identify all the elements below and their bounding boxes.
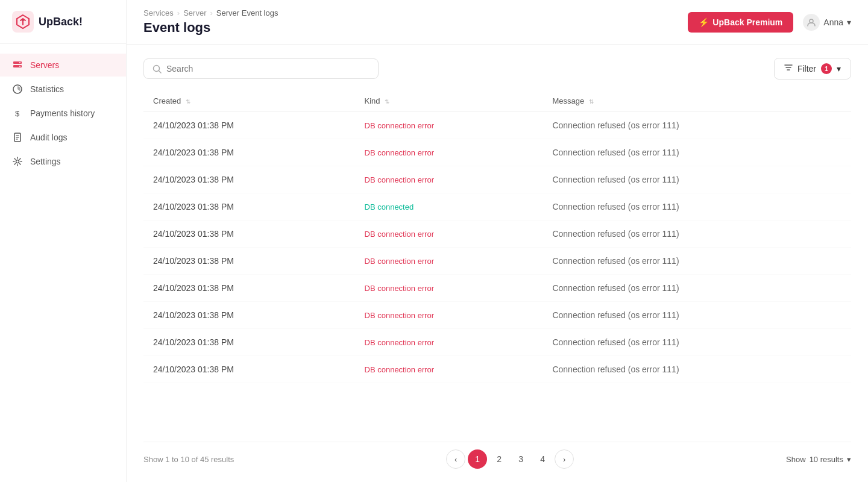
lightning-icon: ⚡ [699, 17, 709, 27]
cell-created: 24/10/2023 01:38 PM [143, 329, 355, 356]
col-header-message: Message ⇅ [542, 90, 851, 112]
search-input[interactable] [166, 64, 370, 74]
col-header-created: Created ⇅ [143, 90, 355, 112]
filter-icon [784, 64, 793, 74]
premium-button[interactable]: ⚡ UpBack Premium [688, 12, 793, 33]
main-content: Services › Server › Server Event logs Ev… [127, 0, 868, 482]
event-logs-table: Created ⇅ Kind ⇅ Message ⇅ 2 [143, 90, 851, 383]
sidebar-item-settings[interactable]: Settings [0, 150, 126, 173]
dollar-icon: $ [12, 108, 23, 119]
breadcrumb-sep-1: › [177, 8, 180, 17]
breadcrumb-server[interactable]: Server [183, 8, 206, 17]
cell-created: 24/10/2023 01:38 PM [143, 275, 355, 302]
svg-text:$: $ [15, 109, 20, 118]
search-icon [153, 64, 162, 74]
table-row: 24/10/2023 01:38 PMDB connection errorCo… [143, 329, 851, 356]
sidebar-navigation: Servers Statistics $ Payments history [0, 44, 126, 183]
cell-kind: DB connection error [355, 112, 543, 139]
filter-button[interactable]: Filter 1 ▾ [774, 58, 851, 80]
file-icon [12, 132, 23, 143]
logo-area: UpBack! [0, 0, 126, 44]
cell-created: 24/10/2023 01:38 PM [143, 193, 355, 221]
cell-kind: DB connection error [355, 302, 543, 329]
cell-kind: DB connection error [355, 329, 543, 356]
pagination-info: Show 1 to 10 of 45 results [143, 455, 234, 464]
table-row: 24/10/2023 01:38 PMDB connection errorCo… [143, 275, 851, 302]
cell-created: 24/10/2023 01:38 PM [143, 221, 355, 248]
gear-icon [12, 156, 23, 167]
pagination-pages: ‹ 1 2 3 4 › [446, 449, 574, 469]
cell-created: 24/10/2023 01:38 PM [143, 139, 355, 166]
logo-text: UpBack! [39, 16, 83, 28]
toolbar: Filter 1 ▾ [143, 58, 851, 80]
cell-created: 24/10/2023 01:38 PM [143, 166, 355, 193]
pagination-page-2[interactable]: 2 [489, 449, 509, 469]
cell-message: Connection refused (os error 111) [542, 248, 851, 275]
chevron-down-icon: ▾ [847, 17, 851, 27]
breadcrumb-services[interactable]: Services [143, 8, 174, 17]
table-row: 24/10/2023 01:38 PMDB connection errorCo… [143, 139, 851, 166]
server-icon [12, 60, 23, 70]
svg-point-3 [19, 62, 20, 63]
user-menu[interactable]: Anna ▾ [803, 14, 851, 31]
cell-message: Connection refused (os error 111) [542, 112, 851, 139]
svg-point-11 [16, 160, 19, 163]
cell-message: Connection refused (os error 111) [542, 356, 851, 383]
topbar: Services › Server › Server Event logs Ev… [127, 0, 868, 45]
table-row: 24/10/2023 01:38 PMDB connectedConnectio… [143, 193, 851, 221]
cell-message: Connection refused (os error 111) [542, 329, 851, 356]
cell-message: Connection refused (os error 111) [542, 221, 851, 248]
page-title: Event logs [143, 20, 278, 36]
pagination-page-4[interactable]: 4 [533, 449, 552, 469]
svg-line-14 [159, 70, 162, 73]
filter-count-badge: 1 [821, 63, 832, 74]
sidebar-item-statistics-label: Statistics [30, 84, 64, 94]
filter-chevron-icon: ▾ [837, 64, 841, 74]
show-results[interactable]: Show 10 results ▾ [786, 455, 851, 464]
cell-kind: DB connection error [355, 166, 543, 193]
pagination-page-3[interactable]: 3 [511, 449, 530, 469]
breadcrumb-sep-2: › [210, 8, 213, 17]
sidebar-item-payments-label: Payments history [30, 108, 95, 118]
pagination-bar: Show 1 to 10 of 45 results ‹ 1 2 3 4 › S… [143, 442, 851, 469]
sidebar-item-settings-label: Settings [30, 157, 61, 166]
sidebar-item-servers[interactable]: Servers [0, 54, 126, 77]
search-box [143, 58, 379, 79]
col-header-kind: Kind ⇅ [355, 90, 543, 112]
svg-point-12 [810, 19, 813, 23]
cell-created: 24/10/2023 01:38 PM [143, 302, 355, 329]
cell-kind: DB connection error [355, 221, 543, 248]
breadcrumb-current: Server Event logs [216, 8, 278, 17]
cell-created: 24/10/2023 01:38 PM [143, 248, 355, 275]
topbar-right: ⚡ UpBack Premium Anna ▾ [688, 12, 851, 33]
table-row: 24/10/2023 01:38 PMDB connection errorCo… [143, 248, 851, 275]
show-results-chevron-icon: ▾ [847, 455, 851, 464]
sidebar-item-payments[interactable]: $ Payments history [0, 102, 126, 125]
pagination-next-button[interactable]: › [555, 449, 574, 469]
cell-message: Connection refused (os error 111) [542, 193, 851, 221]
sidebar: UpBack! Servers Statistics [0, 0, 127, 482]
cell-created: 24/10/2023 01:38 PM [143, 112, 355, 139]
cell-kind: DB connection error [355, 356, 543, 383]
sort-created-icon[interactable]: ⇅ [186, 98, 190, 105]
sort-message-icon[interactable]: ⇅ [589, 98, 594, 105]
pagination-prev-button[interactable]: ‹ [446, 449, 465, 469]
cell-kind: DB connection error [355, 275, 543, 302]
show-label: Show [786, 455, 806, 464]
cell-message: Connection refused (os error 111) [542, 139, 851, 166]
user-avatar-icon [803, 14, 820, 31]
chart-icon [12, 84, 23, 95]
cell-message: Connection refused (os error 111) [542, 302, 851, 329]
sidebar-item-audit[interactable]: Audit logs [0, 126, 126, 149]
table-row: 24/10/2023 01:38 PMDB connection errorCo… [143, 221, 851, 248]
cell-message: Connection refused (os error 111) [542, 166, 851, 193]
pagination-page-1[interactable]: 1 [468, 449, 487, 469]
sort-kind-icon[interactable]: ⇅ [385, 98, 389, 105]
sidebar-item-statistics[interactable]: Statistics [0, 78, 126, 101]
table-row: 24/10/2023 01:38 PMDB connection errorCo… [143, 356, 851, 383]
sidebar-item-audit-label: Audit logs [30, 133, 67, 142]
cell-kind: DB connected [355, 193, 543, 221]
filter-label: Filter [797, 64, 816, 74]
sidebar-item-servers-label: Servers [30, 60, 59, 70]
table-body: 24/10/2023 01:38 PMDB connection errorCo… [143, 112, 851, 383]
